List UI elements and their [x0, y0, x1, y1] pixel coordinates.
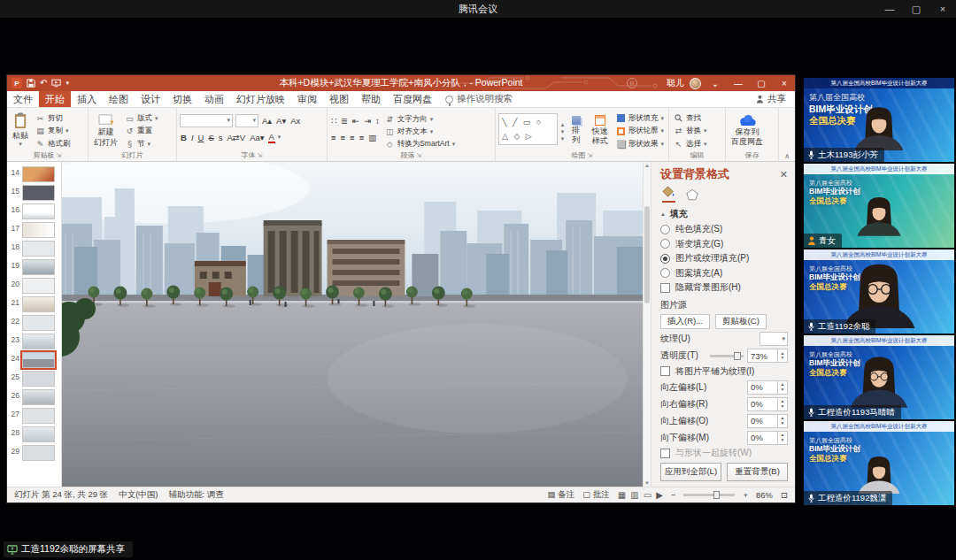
text-shadow-button[interactable]: s	[218, 133, 224, 142]
slide-row-27[interactable]: 27	[7, 406, 61, 425]
slide-canvas[interactable]	[62, 162, 643, 487]
shape-outline-button[interactable]: 形状轮廓▾	[615, 126, 666, 138]
tab-帮助[interactable]: 帮助	[355, 91, 387, 107]
layout-button[interactable]: ▭版式▾	[123, 112, 160, 125]
text-direction-button[interactable]: ⇵文字方向▾	[383, 113, 458, 125]
offset-input[interactable]: 0%▲▼	[747, 397, 788, 411]
participant-video-2[interactable]: 第八届全国高校BIM毕业设计创新大赛第八届全国高校BIM毕业设计创全国总决赛青女	[804, 164, 954, 248]
transparency-value-input[interactable]: 73% ▲▼	[747, 349, 788, 363]
fill-option-1[interactable]: 渐变填充(G)	[660, 237, 788, 252]
canvas-scrollbar[interactable]: ▲ ▼	[643, 162, 651, 487]
ribbon-display-options-icon[interactable]: ⌄	[706, 79, 724, 88]
section-button[interactable]: §节▾	[123, 138, 160, 150]
tab-文件[interactable]: 文件	[7, 91, 39, 107]
tab-开始[interactable]: 开始	[39, 91, 71, 107]
slide-row-29[interactable]: 29	[7, 443, 61, 462]
transparency-spinner[interactable]: ▲▼	[777, 349, 787, 362]
undo-icon[interactable]: ↶	[40, 79, 47, 88]
align-left-button[interactable]: ≡	[330, 133, 337, 142]
slide-thumbnail-21[interactable]	[22, 296, 55, 312]
minimize-button[interactable]: —	[876, 0, 903, 18]
tab-幻灯片放映[interactable]: 幻灯片放映	[230, 91, 291, 107]
copy-button[interactable]: ▤复制▾	[34, 126, 73, 138]
find-button[interactable]: 查找	[672, 112, 709, 125]
tab-设计[interactable]: 设计	[135, 91, 166, 107]
tab-动画[interactable]: 动画	[198, 91, 230, 107]
slide-row-20[interactable]: 20	[7, 276, 61, 295]
columns-button[interactable]: ▥	[367, 133, 377, 142]
rotate-with-shape-checkbox[interactable]: 与形状一起旋转(W)	[660, 446, 788, 461]
close-button[interactable]: ×	[929, 0, 956, 18]
grow-font-button[interactable]: A▴	[261, 116, 273, 126]
select-button[interactable]: ↖选择▾	[672, 138, 709, 150]
slide-thumbnail-14[interactable]	[22, 166, 55, 182]
slider-knob[interactable]	[734, 352, 741, 360]
clipboard-dialog-launcher-icon[interactable]: ⇲	[57, 152, 62, 158]
zoom-in-button[interactable]: +	[743, 490, 748, 500]
tile-as-texture-checkbox[interactable]: 将图片平铺为纹理(I)	[660, 364, 788, 380]
cut-button[interactable]: ✂剪切	[34, 112, 73, 125]
slide-row-19[interactable]: 19	[7, 257, 61, 276]
scroll-down-icon[interactable]: ▼	[644, 480, 651, 486]
slide-row-17[interactable]: 17	[7, 220, 61, 239]
slide-row-25[interactable]: 25	[7, 369, 61, 387]
qat-customize-icon[interactable]: ▾	[66, 80, 69, 87]
slideshow-icon[interactable]	[51, 79, 61, 88]
clear-formatting-button[interactable]: Ax	[289, 116, 301, 126]
comments-button[interactable]: ▢ 批注	[582, 489, 610, 501]
shape-effects-button[interactable]: 形状效果▾	[615, 138, 666, 150]
convert-smartart-button[interactable]: ◇转换为SmartArt▾	[383, 139, 458, 150]
tab-百度网盘[interactable]: 百度网盘	[387, 91, 438, 107]
slide-thumbnail-16[interactable]	[22, 203, 55, 219]
screen-share-banner[interactable]: 工造1192余聪的屏幕共享	[4, 541, 133, 557]
collapse-ribbon-icon[interactable]: ∧	[784, 152, 790, 160]
change-case-button[interactable]: Aa▾	[249, 133, 265, 142]
participant-video-4[interactable]: 第八届全国高校BIM毕业设计创新大赛第八届全国高校BIM毕业设计创全国总决赛工程…	[804, 335, 954, 419]
increase-indent-button[interactable]: ⇥	[363, 116, 372, 126]
paragraph-dialog-launcher-icon[interactable]: ⇲	[417, 152, 422, 158]
accessibility-status[interactable]: 辅助功能: 调查	[168, 489, 223, 501]
offset-spinner[interactable]: ▲▼	[777, 432, 787, 444]
save-to-baidu-button[interactable]: 保存到 百度网盘	[729, 110, 766, 150]
offset-input[interactable]: 0%▲▼	[747, 431, 788, 445]
justify-button[interactable]: ≡	[358, 133, 366, 142]
tab-绘图[interactable]: 绘图	[103, 91, 135, 107]
participant-video-3[interactable]: 第八届全国高校BIM毕业设计创新大赛第八届全国高校BIM毕业设计创全国总决赛工造…	[804, 249, 954, 334]
underline-button[interactable]: U	[197, 133, 205, 142]
slide-thumbnail-15[interactable]	[22, 185, 55, 201]
font-color-button[interactable]: A	[268, 132, 275, 143]
tab-切换[interactable]: 切换	[166, 91, 198, 107]
paste-button[interactable]: 粘贴 ▾	[10, 110, 31, 150]
apply-to-all-button[interactable]: 应用到全部(L)	[660, 463, 721, 481]
numbering-button[interactable]: ≣	[340, 116, 349, 126]
slide-thumbnail-22[interactable]	[22, 315, 55, 331]
slide-thumbnail-19[interactable]	[22, 259, 55, 275]
slide-row-24[interactable]: 24	[7, 350, 61, 369]
align-right-button[interactable]: ≡	[349, 133, 356, 142]
offset-input[interactable]: 0%▲▼	[747, 414, 788, 428]
shapes-gallery-scroll[interactable]: ▲▼▼	[560, 110, 566, 150]
align-text-button[interactable]: ◫对齐文本▾	[383, 126, 458, 137]
character-spacing-button[interactable]: A⇄V	[226, 133, 246, 142]
new-slide-button[interactable]: 新建 幻灯片	[91, 110, 120, 150]
slide-row-18[interactable]: 18	[7, 239, 61, 257]
reset-button[interactable]: ↺重置	[123, 126, 160, 138]
participant-video-1[interactable]: 第八届全国高校BIM毕业设计创新大赛第八届全国高校BIM毕业设计创全国总决赛土木…	[804, 78, 954, 162]
scroll-up-icon[interactable]: ▲	[644, 163, 651, 168]
fill-bucket-icon[interactable]	[662, 186, 675, 203]
decrease-indent-button[interactable]: ⇤	[351, 116, 360, 126]
normal-view-button[interactable]: ▦	[618, 490, 626, 500]
slide-thumbnail-18[interactable]	[22, 241, 55, 257]
slide-thumbnail-25[interactable]	[22, 371, 55, 387]
share-button[interactable]: 共享	[756, 91, 795, 107]
slide-row-16[interactable]: 16	[7, 202, 61, 220]
scrollbar-thumb[interactable]	[644, 206, 650, 303]
slide-thumbnail-23[interactable]	[22, 334, 55, 349]
fill-option-2[interactable]: 图片或纹理填充(P)	[660, 251, 788, 266]
slide-row-15[interactable]: 15	[7, 183, 61, 202]
offset-input[interactable]: 0%▲▼	[747, 380, 788, 395]
slide-row-23[interactable]: 23	[7, 332, 61, 350]
maximize-button[interactable]: ▢	[903, 0, 929, 18]
effects-icon[interactable]	[686, 188, 698, 203]
zoom-level[interactable]: 86%	[756, 490, 773, 500]
